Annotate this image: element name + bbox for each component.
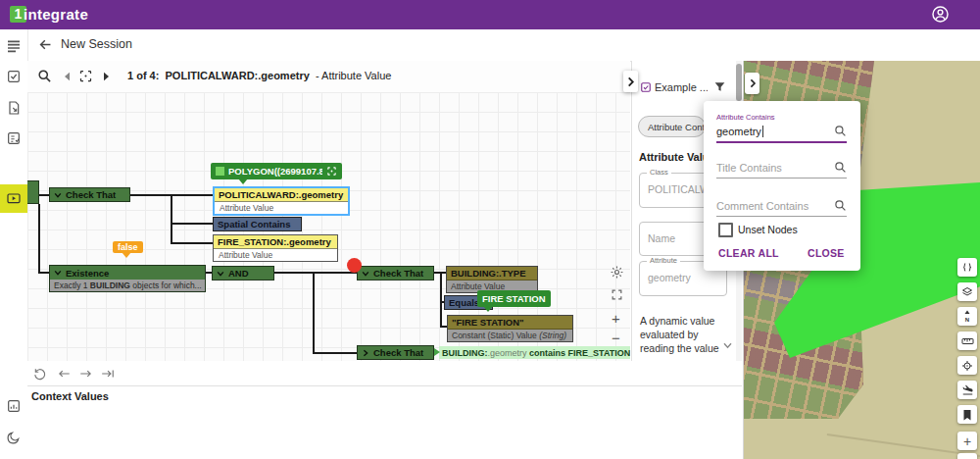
svg-text:N: N [965, 317, 969, 323]
rule-canvas[interactable]: AND Check That POLYGON((2699107.8 POLITI… [27, 92, 630, 361]
chevron-down-icon[interactable] [362, 270, 369, 278]
edge [313, 272, 315, 354]
field-label: Class [647, 168, 671, 177]
app-header: 1 integrate [0, 0, 980, 29]
menu-icon[interactable] [6, 38, 22, 54]
edge [38, 204, 40, 273]
and-root-node[interactable] [27, 180, 39, 204]
comment-contains-row: Comment Contains [716, 199, 847, 212]
map-zoom-out-button[interactable]: − [957, 453, 977, 459]
unset-nodes-checkbox[interactable] [718, 223, 733, 237]
rules-list-icon[interactable] [6, 130, 22, 146]
and-node[interactable]: AND [212, 266, 274, 280]
arrow-left-icon[interactable] [37, 36, 54, 53]
fit-screen-icon[interactable] [611, 288, 623, 301]
magnifier-icon[interactable] [37, 69, 52, 83]
node-header: Existence [50, 266, 205, 280]
geometry-swatch-icon [216, 167, 224, 176]
text-caret [762, 126, 763, 137]
edge [171, 194, 172, 244]
locate-target-icon[interactable] [957, 356, 977, 375]
north-compass-icon[interactable]: N [957, 307, 977, 326]
attribute-contains-label: Attribute Contains [716, 113, 775, 122]
node-title: POLITICALWARD:.geometry [215, 188, 348, 202]
gear-icon[interactable] [610, 265, 624, 280]
breakpoint-dot[interactable] [347, 258, 362, 273]
center-focus-icon[interactable] [78, 69, 93, 83]
skip-end-icon[interactable] [100, 367, 116, 381]
field-underline [716, 216, 847, 217]
layers-icon[interactable] [957, 282, 977, 301]
scroll-more-icon[interactable] [723, 342, 732, 349]
map-zoom-in-button[interactable]: + [957, 432, 977, 450]
comment-contains-input[interactable]: Comment Contains [716, 200, 808, 212]
node-subtitle: Attribute Value [215, 202, 348, 214]
check-that-top-node[interactable]: Check That [49, 187, 130, 202]
politicalward-geometry-node[interactable]: POLITICALWARD:.geometry Attribute Value [213, 186, 350, 216]
triangle-right-icon[interactable] [102, 72, 111, 81]
sessions-play-icon[interactable] [6, 190, 22, 206]
summary-arrow-icon [434, 348, 444, 356]
panel-expander-chevron-right-icon[interactable] [623, 71, 638, 92]
existence-node[interactable]: Existence Exactly 1 BUILDING objects for… [49, 265, 206, 292]
app-logo: 1 integrate [10, 6, 88, 23]
history-toolbar [27, 361, 742, 386]
filter-chip[interactable]: Attribute Conta [638, 116, 706, 137]
zoom-out-button[interactable]: − [612, 330, 620, 346]
node-title: "FIRE STATION" [448, 316, 572, 330]
code-braces-icon[interactable] [957, 258, 977, 277]
chevron-right-icon[interactable] [362, 349, 369, 357]
account-circle-icon[interactable] [931, 5, 950, 24]
edge [274, 272, 357, 274]
zoom-in-button[interactable]: + [612, 310, 620, 327]
close-button[interactable]: CLOSE [808, 247, 845, 259]
funnel-icon[interactable] [713, 80, 726, 93]
dark-mode-moon-icon[interactable] [6, 430, 22, 445]
data-file-icon[interactable] [6, 100, 22, 116]
fire-station-geometry-node[interactable]: FIRE_STATION:.geometry Attribute Value [213, 234, 338, 262]
filter-popup: Attribute Contains geometry Title Contai… [704, 101, 860, 271]
spatial-contains-node[interactable]: Spatial Contains [213, 217, 302, 231]
stats-icon[interactable] [6, 398, 22, 414]
magnifier-icon[interactable] [834, 199, 847, 212]
check-that-right-node[interactable]: Check That [357, 266, 434, 280]
node-title: FIRE_STATION:.geometry [214, 235, 337, 249]
magnifier-icon[interactable] [834, 125, 847, 137]
building-type-node[interactable]: BUILDING:.TYPE Attribute Value [446, 266, 538, 293]
undo-arrow-icon[interactable] [57, 367, 72, 381]
attribute-contains-input[interactable]: geometry [716, 126, 763, 137]
edge [171, 223, 213, 225]
center-focus-icon[interactable] [326, 166, 337, 177]
panel-scrollbar-thumb[interactable] [736, 64, 742, 101]
map-collapse-chevron-right-icon[interactable] [745, 73, 760, 94]
context-values-panel: Context Values [27, 386, 742, 459]
flight-icon[interactable] [957, 381, 977, 399]
checklist-icon[interactable] [6, 69, 22, 84]
clear-all-button[interactable]: CLEAR ALL [718, 247, 779, 259]
edge [440, 272, 442, 328]
measure-ruler-icon[interactable] [957, 332, 977, 350]
redo-arrow-icon[interactable] [78, 367, 93, 381]
checkbox-icon [640, 81, 652, 93]
attribute-contains-row: geometry [716, 125, 847, 137]
fire-station-constant-node[interactable]: "FIRE STATION" Constant (Static) Value (… [447, 315, 573, 342]
bookmark-icon[interactable] [957, 405, 977, 424]
node-description: A dynamic value evaluated by reading the… [640, 314, 730, 355]
edge [39, 194, 49, 196]
title-contains-row: Title Contains [716, 161, 847, 174]
check-that-bottom-node[interactable]: Check That [357, 345, 434, 360]
session-bar: New Session [27, 29, 980, 62]
triangle-left-icon[interactable] [63, 72, 72, 81]
title-contains-input[interactable]: Title Contains [716, 162, 782, 174]
restore-icon[interactable] [33, 367, 47, 381]
chevron-down-icon[interactable] [54, 269, 62, 277]
node-subtitle: Constant (Static) Value (String) [448, 330, 572, 341]
and-root-label: AND [27, 204, 36, 226]
panel-title: Example ... [655, 81, 708, 93]
chevron-down-icon[interactable] [54, 191, 62, 199]
node-subtitle: Attribute Value [214, 249, 337, 261]
magnifier-icon[interactable] [834, 161, 847, 174]
fire-station-value-tooltip: FIRE STATION [477, 290, 551, 307]
edge [38, 272, 49, 274]
chevron-down-icon[interactable] [217, 270, 224, 278]
